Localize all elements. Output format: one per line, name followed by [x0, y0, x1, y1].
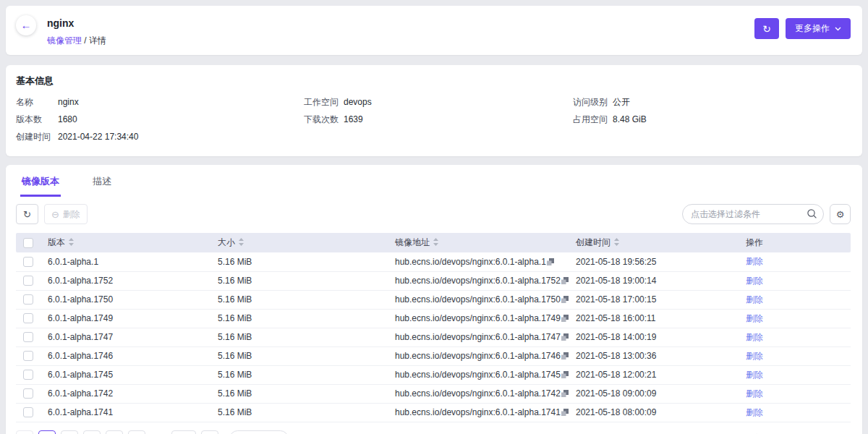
field-label: 名称 [16, 97, 58, 107]
row-checkbox[interactable] [23, 313, 33, 323]
tab-image-versions[interactable]: 镜像版本 [20, 169, 61, 197]
field-value: 8.48 GiB [613, 114, 647, 124]
version-cell: 6.0.1-alpha.1 [48, 257, 98, 267]
delete-link[interactable]: 删除 [746, 256, 763, 266]
copy-icon[interactable] [561, 314, 569, 323]
page-size-select[interactable]: 10 条/页 [229, 430, 289, 434]
version-cell: 6.0.1-alpha.1747 [48, 332, 113, 342]
select-all-checkbox[interactable] [23, 238, 33, 248]
image-address-cell: hub.ecns.io/devops/nginx:6.0.1-alpha.174… [395, 351, 561, 361]
field-version-count: 版本数 1680 [16, 114, 304, 124]
version-cell: 6.0.1-alpha.1741 [48, 407, 113, 417]
page-title: nginx [47, 17, 106, 30]
row-checkbox[interactable] [23, 370, 33, 380]
size-cell: 5.16 MiB [218, 276, 252, 286]
batch-delete-button[interactable]: ⊖ 删除 [44, 204, 88, 224]
created-cell: 2021-05-18 19:56:25 [576, 257, 656, 267]
table-refresh-button[interactable]: ↻ [16, 204, 38, 224]
sort-icon [69, 238, 74, 248]
row-checkbox[interactable] [23, 351, 33, 361]
table-row: 6.0.1-alpha.1752 5.16 MiB hub.ecns.io/de… [16, 271, 851, 290]
created-cell: 2021-05-18 19:00:14 [576, 276, 656, 286]
size-cell: 5.16 MiB [218, 294, 252, 305]
copy-icon[interactable] [561, 295, 569, 304]
basic-info-title: 基本信息 [16, 75, 851, 88]
page-button-3[interactable]: 3 [83, 430, 101, 434]
row-checkbox[interactable] [23, 276, 33, 286]
size-cell: 5.16 MiB [218, 351, 252, 361]
page-button-last[interactable]: 168 [171, 430, 196, 434]
breadcrumb: 镜像管理 / 详情 [47, 35, 106, 47]
refresh-button[interactable]: ↻ [754, 18, 779, 39]
more-actions-label: 更多操作 [795, 22, 830, 35]
row-checkbox[interactable] [23, 257, 33, 267]
delete-link[interactable]: 删除 [746, 276, 763, 286]
image-address-cell: hub.ecns.io/devops/nginx:6.0.1-alpha.1 [395, 257, 546, 267]
delete-link[interactable]: 删除 [746, 332, 763, 342]
image-address-cell: hub.ecns.io/devops/nginx:6.0.1-alpha.175… [395, 276, 561, 286]
image-address-cell: hub.ecns.io/devops/nginx:6.0.1-alpha.174… [395, 388, 561, 399]
column-header-image-address[interactable]: 镜像地址 [389, 233, 570, 252]
size-cell: 5.16 MiB [218, 257, 252, 267]
image-versions-panel: 镜像版本 描述 ↻ ⊖ 删除 ⚙ [6, 165, 862, 434]
created-cell: 2021-05-18 17:00:15 [576, 294, 656, 305]
delete-link[interactable]: 删除 [746, 407, 763, 417]
field-label: 创建时间 [16, 132, 58, 142]
row-checkbox[interactable] [23, 294, 33, 305]
field-download-count: 下载次数 1639 [304, 114, 573, 124]
row-checkbox[interactable] [23, 332, 33, 342]
delete-link[interactable]: 删除 [746, 313, 763, 323]
table-toolbar: ↻ ⊖ 删除 ⚙ [16, 204, 851, 224]
page-button-1[interactable]: 1 [38, 430, 56, 434]
tab-description[interactable]: 描述 [91, 169, 113, 197]
copy-icon[interactable] [561, 352, 569, 360]
column-settings-button[interactable]: ⚙ [830, 204, 851, 224]
copy-icon[interactable] [561, 333, 569, 341]
breadcrumb-link-image-management[interactable]: 镜像管理 [47, 35, 82, 46]
delete-link[interactable]: 删除 [746, 370, 763, 380]
version-cell: 6.0.1-alpha.1746 [48, 351, 113, 361]
field-value: 1639 [344, 114, 363, 124]
field-value: 2021-04-22 17:34:40 [58, 132, 138, 142]
table-row: 6.0.1-alpha.1750 5.16 MiB hub.ecns.io/de… [16, 290, 851, 309]
back-arrow-icon: ← [21, 15, 32, 35]
breadcrumb-current: 详情 [89, 35, 106, 46]
more-actions-button[interactable]: 更多操作 [786, 18, 851, 39]
back-button[interactable]: ← [16, 15, 36, 35]
created-cell: 2021-05-18 14:00:19 [576, 332, 656, 342]
column-header-size[interactable]: 大小 [212, 233, 389, 252]
table-row: 6.0.1-alpha.1741 5.16 MiB hub.ecns.io/de… [16, 403, 851, 422]
search-icon[interactable] [807, 208, 817, 222]
copy-icon[interactable] [561, 370, 569, 379]
page-button-5[interactable]: 5 [128, 430, 145, 434]
sort-icon [239, 238, 244, 248]
column-header-version[interactable]: 版本 [42, 233, 212, 252]
field-access-level: 访问级别 公开 [573, 97, 851, 107]
next-page-button[interactable]: > [201, 430, 218, 434]
page-button-2[interactable]: 2 [61, 430, 78, 434]
minus-circle-icon: ⊖ [51, 209, 59, 220]
version-cell: 6.0.1-alpha.1745 [48, 370, 113, 380]
delete-link[interactable]: 删除 [746, 351, 763, 361]
version-cell: 6.0.1-alpha.1752 [48, 276, 113, 286]
copy-icon[interactable] [561, 276, 569, 285]
copy-icon[interactable] [561, 408, 569, 417]
column-header-created-time[interactable]: 创建时间 [570, 233, 740, 252]
delete-link[interactable]: 删除 [746, 388, 763, 399]
size-cell: 5.16 MiB [218, 332, 252, 342]
prev-page-button[interactable]: < [16, 430, 33, 434]
page-button-4[interactable]: 4 [106, 430, 123, 434]
row-checkbox[interactable] [23, 388, 33, 399]
delete-link[interactable]: 删除 [746, 294, 763, 305]
copy-icon[interactable] [561, 389, 569, 398]
table-row: 6.0.1-alpha.1746 5.16 MiB hub.ecns.io/de… [16, 346, 851, 365]
version-cell: 6.0.1-alpha.1749 [48, 313, 113, 323]
filter-search-input[interactable] [682, 204, 824, 224]
created-cell: 2021-05-18 16:00:11 [576, 313, 656, 323]
row-checkbox[interactable] [23, 407, 33, 417]
image-address-cell: hub.ecns.io/devops/nginx:6.0.1-alpha.174… [395, 407, 561, 417]
table-row: 6.0.1-alpha.1745 5.16 MiB hub.ecns.io/de… [16, 365, 851, 384]
tab-bar: 镜像版本 描述 [16, 169, 851, 197]
copy-icon[interactable] [546, 258, 555, 266]
created-cell: 2021-05-18 12:00:21 [576, 370, 656, 380]
